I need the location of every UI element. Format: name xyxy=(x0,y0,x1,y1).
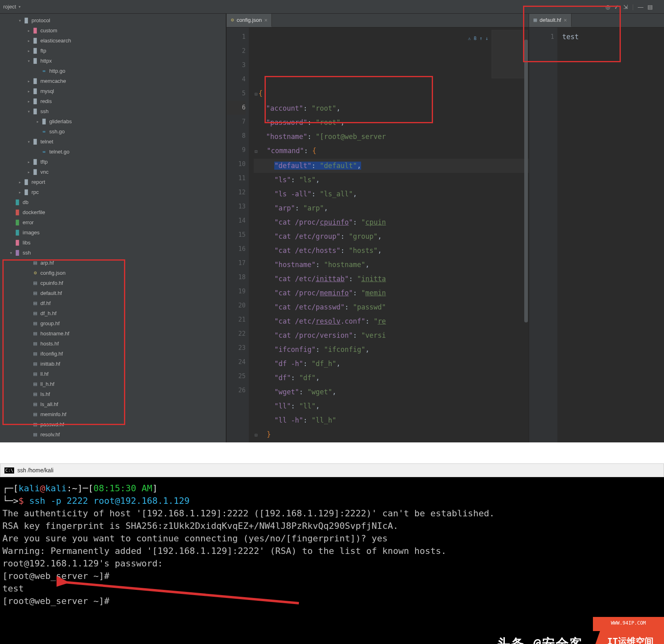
tree-item-telnet[interactable]: ▾▉telnet xyxy=(0,137,226,147)
tree-item-ifconfig-hf[interactable]: ▤ifconfig.hf xyxy=(0,349,226,359)
code-line-2[interactable]: "account": "root", xyxy=(254,101,529,116)
code-line-1[interactable]: ⊟{ xyxy=(254,86,529,101)
target-icon[interactable]: ◎ xyxy=(605,4,610,10)
collapse-icon[interactable]: ⇲ xyxy=(623,4,628,10)
code-line-13[interactable]: "hostname": "hostname", xyxy=(254,258,529,272)
tree-item-rpc[interactable]: ▸▉rpc xyxy=(0,187,226,197)
tree-arrow-icon[interactable]: ▸ xyxy=(26,49,32,53)
tree-arrow-icon[interactable]: ▾ xyxy=(17,19,23,23)
project-tree[interactable]: ▾▉protocol▸▉custom▸▉elasticsearch▸▉ftp▾▉… xyxy=(0,14,226,442)
code-line-18[interactable]: "cat /proc/version": "versi xyxy=(254,328,529,343)
expand-icon[interactable]: ⤢ xyxy=(614,4,619,10)
tab-default-hf[interactable]: ▦ default.hf × xyxy=(529,14,572,27)
tree-item-vnc[interactable]: ▸▉vnc xyxy=(0,167,226,177)
tree-arrow-icon[interactable]: ▾ xyxy=(8,251,14,255)
tree-item-libs[interactable]: ▉libs xyxy=(0,238,226,248)
tree-item-ssh[interactable]: ▾▉ssh xyxy=(0,248,226,258)
tree-item-cpuinfo-hf[interactable]: ▤cpuinfo.hf xyxy=(0,278,226,288)
tree-item-ssh-go[interactable]: ∞ssh.go xyxy=(0,126,226,137)
tree-arrow-icon[interactable]: ▸ xyxy=(26,89,32,93)
tree-item-ll_h-hf[interactable]: ▤ll_h.hf xyxy=(0,379,226,389)
minimize-icon[interactable]: — xyxy=(638,4,643,10)
code-line-14[interactable]: "cat /etc/inittab": "initta xyxy=(254,272,529,286)
inspection-hint[interactable]: ⚠ 8 ↑ ↓ xyxy=(468,32,488,46)
code-line-5[interactable]: ⊟ "command": { xyxy=(254,144,529,159)
editor-content-right[interactable]: 1 test xyxy=(529,27,664,442)
tree-item-telnet-go[interactable]: ∞telnet.go xyxy=(0,147,226,157)
tree-item-config-json[interactable]: ⚙config.json xyxy=(0,268,226,278)
tree-arrow-icon[interactable]: ▸ xyxy=(26,160,32,164)
code-left[interactable]: ⚠ 8 ↑ ↓ ⊟{ "account": "root", "password"… xyxy=(249,27,529,442)
code-line-10[interactable]: "cat /proc/cpuinfo": "cpuin xyxy=(254,215,529,229)
tree-item-tftp[interactable]: ▸▉tftp xyxy=(0,157,226,167)
tree-arrow-icon[interactable]: ▸ xyxy=(26,170,32,174)
tree-item-hosts-hf[interactable]: ▤hosts.hf xyxy=(0,339,226,349)
code-line-22[interactable]: "wget": "wget", xyxy=(254,385,529,399)
tree-item-gliderlabs[interactable]: ▸▉gliderlabs xyxy=(0,116,226,126)
code-line-9[interactable]: "arp": "arp", xyxy=(254,201,529,215)
code-line-20[interactable]: "df -h": "df_h", xyxy=(254,357,529,371)
tree-item-mysql[interactable]: ▸▉mysql xyxy=(0,86,226,96)
tree-item-redis[interactable]: ▸▉redis xyxy=(0,96,226,106)
code-line-3[interactable]: "password": "root", xyxy=(254,116,529,130)
tree-item-dockerfile[interactable]: ▉dockerfile xyxy=(0,207,226,217)
scrollbar-thumb[interactable] xyxy=(524,40,528,322)
tree-item-report[interactable]: ▸▉report xyxy=(0,177,226,187)
code-right[interactable]: test xyxy=(557,27,664,442)
tree-item-ls_all-hf[interactable]: ▤ls_all.hf xyxy=(0,399,226,409)
code-line-12[interactable]: "cat /etc/hosts": "hosts", xyxy=(254,244,529,258)
tree-item-db[interactable]: ▉db xyxy=(0,197,226,207)
tree-arrow-icon[interactable]: ▸ xyxy=(26,99,32,103)
code-line-19[interactable]: "ifconfig": "ifconfig", xyxy=(254,343,529,357)
tree-item-custom[interactable]: ▸▉custom xyxy=(0,25,226,36)
tree-item-group-hf[interactable]: ▤group.hf xyxy=(0,318,226,328)
tree-item-df-hf[interactable]: ▤df.hf xyxy=(0,298,226,308)
hide-icon[interactable]: ▤ xyxy=(647,4,653,10)
terminal-body[interactable]: ┌─[kali@kali:~]─[08:15:30 AM]└─>$ ssh -p… xyxy=(0,477,664,644)
tree-item-passwd-hf[interactable]: ▤passwd.hf xyxy=(0,419,226,429)
code-line-6[interactable]: "default": "default", xyxy=(254,159,529,173)
tree-item-ll-hf[interactable]: ▤ll.hf xyxy=(0,369,226,379)
tree-item-inittab-hf[interactable]: ▤inittab.hf xyxy=(0,359,226,369)
code-line-15[interactable]: "cat /proc/meminfo": "memin xyxy=(254,286,529,300)
tree-arrow-icon[interactable]: ▸ xyxy=(17,180,23,184)
tree-item-hostname-hf[interactable]: ▤hostname.hf xyxy=(0,328,226,339)
tree-arrow-icon[interactable]: ▾ xyxy=(26,140,32,144)
project-dropdown-arrow[interactable]: ▾ xyxy=(19,4,21,9)
close-icon[interactable]: × xyxy=(264,17,267,23)
tree-item-meminfo-hf[interactable]: ▤meminfo.hf xyxy=(0,409,226,419)
tree-item-httpx[interactable]: ▾▉httpx xyxy=(0,56,226,66)
tree-item-ftp[interactable]: ▸▉ftp xyxy=(0,46,226,56)
code-line-7[interactable]: "ls": "ls", xyxy=(254,173,529,187)
tree-arrow-icon[interactable]: ▾ xyxy=(26,109,32,114)
code-line-25[interactable]: ⊟ } xyxy=(254,427,529,442)
editor-content-left[interactable]: 1234567891011121314151617181920212223242… xyxy=(227,27,529,442)
minimap[interactable] xyxy=(492,30,528,78)
tree-item-df_h-hf[interactable]: ▤df_h.hf xyxy=(0,308,226,318)
tree-item-images[interactable]: ▉images xyxy=(0,227,226,238)
project-dropdown-label[interactable]: roject xyxy=(3,4,16,10)
tree-item-http-go[interactable]: ∞http.go xyxy=(0,66,226,76)
tree-arrow-icon[interactable]: ▸ xyxy=(35,120,40,124)
tree-item-arp-hf[interactable]: ▤arp.hf xyxy=(0,258,226,268)
tree-item-ssh[interactable]: ▾▉ssh xyxy=(0,106,226,116)
tree-item-error[interactable]: ▉error xyxy=(0,217,226,227)
tree-item-protocol[interactable]: ▾▉protocol xyxy=(0,15,226,25)
tree-item-elasticsearch[interactable]: ▸▉elasticsearch xyxy=(0,36,226,46)
tree-arrow-icon[interactable]: ▸ xyxy=(26,29,32,33)
code-line-21[interactable]: "df": "df", xyxy=(254,371,529,385)
code-line-17[interactable]: "cat /etc/resolv.conf": "re xyxy=(254,314,529,328)
code-line-24[interactable]: "ll -h": "ll_h" xyxy=(254,413,529,427)
tree-arrow-icon[interactable]: ▾ xyxy=(26,59,32,63)
tree-arrow-icon[interactable]: ▸ xyxy=(26,79,32,83)
tab-config-json[interactable]: ⚙ config.json × xyxy=(227,14,272,27)
terminal-titlebar[interactable]: C:\ ssh /home/kali xyxy=(0,463,664,477)
tree-item-memcache[interactable]: ▸▉memcache xyxy=(0,76,226,86)
code-line-16[interactable]: "cat /etc/passwd": "passwd" xyxy=(254,300,529,314)
tree-item-resolv-hf[interactable]: ▤resolv.hf xyxy=(0,429,226,440)
tree-item-default-hf[interactable]: ▤default.hf xyxy=(0,288,226,298)
tree-arrow-icon[interactable]: ▸ xyxy=(26,39,32,43)
code-line-11[interactable]: "cat /etc/group": "group", xyxy=(254,229,529,244)
code-line-23[interactable]: "ll": "ll", xyxy=(254,399,529,413)
close-icon[interactable]: × xyxy=(564,17,567,23)
